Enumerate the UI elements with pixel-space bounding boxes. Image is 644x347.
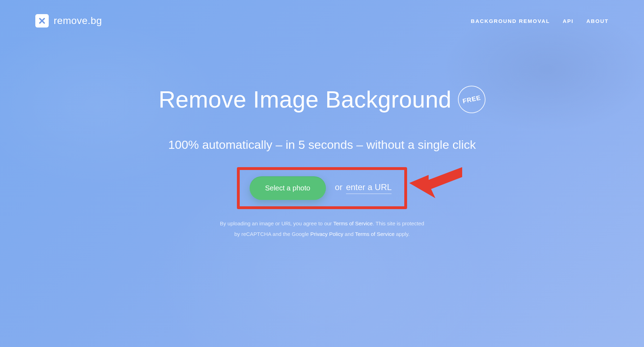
legal-apply: apply. [394, 231, 410, 237]
subheadline: 100% automatically – in 5 seconds – with… [14, 138, 630, 152]
legal-and: and [343, 231, 355, 237]
free-badge: FREE [455, 83, 488, 116]
select-photo-button[interactable]: Select a photo [250, 176, 326, 200]
annotation-highlight-box: Select a photo or enter a URL [237, 167, 407, 209]
svg-marker-0 [409, 167, 462, 198]
terms-of-service-link[interactable]: Terms of Service [333, 220, 373, 226]
hero: Remove Image Background FREE 100% automa… [0, 86, 644, 239]
nav-api[interactable]: API [563, 18, 574, 24]
legal-text: By uploading an image or URL you agree t… [14, 218, 630, 239]
annotation-arrow-icon [409, 167, 462, 207]
or-text: or [335, 182, 342, 192]
terms-of-service-link-2[interactable]: Terms of Service [355, 231, 395, 237]
headline-row: Remove Image Background FREE [159, 86, 485, 113]
page-title: Remove Image Background [159, 86, 452, 113]
nav-about[interactable]: ABOUT [586, 18, 609, 24]
legal-part2: . This site is protected [373, 220, 424, 226]
logo[interactable]: remove.bg [35, 14, 102, 28]
upload-actions: Select a photo or enter a URL [237, 167, 407, 209]
nav-background-removal[interactable]: BACKGROUND REMOVAL [471, 18, 550, 24]
header: remove.bg BACKGROUND REMOVAL API ABOUT [0, 0, 644, 28]
logo-icon [35, 14, 49, 28]
privacy-policy-link[interactable]: Privacy Policy [310, 231, 343, 237]
logo-text: remove.bg [54, 15, 102, 26]
main-nav: BACKGROUND REMOVAL API ABOUT [471, 18, 609, 24]
legal-part1: By uploading an image or URL you agree t… [220, 220, 333, 226]
url-entry-group: or enter a URL [335, 182, 392, 194]
enter-url-link[interactable]: enter a URL [346, 182, 392, 194]
legal-part3: by reCAPTCHA and the Google [234, 231, 310, 237]
